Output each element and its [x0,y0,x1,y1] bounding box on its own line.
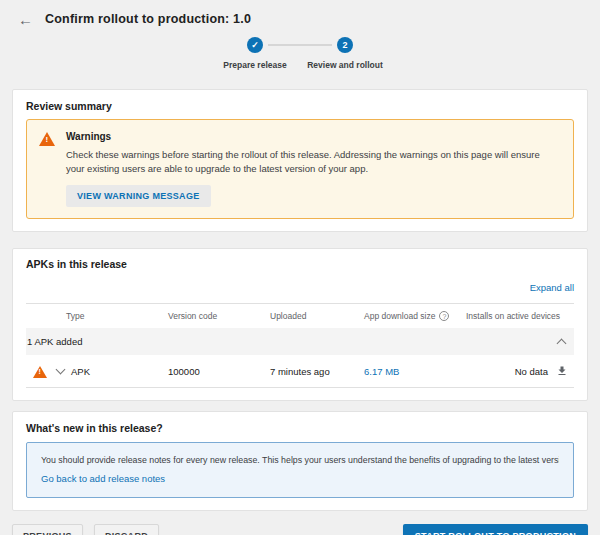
apk-group-label: 1 APK added [27,336,82,347]
row-installs: No data [466,366,548,377]
view-warning-message-button[interactable]: VIEW WARNING MESSAGE [66,185,211,207]
apk-table-header: Type Version code Uploaded App download … [26,304,574,328]
warning-triangle-icon [39,132,55,146]
warning-content: Warnings Check these warnings before sta… [66,131,552,207]
row-download-cell [548,365,576,377]
warnings-box: Warnings Check these warnings before sta… [26,119,574,219]
row-type-cell[interactable]: APK [54,366,150,377]
apks-title: APKs in this release [13,258,587,270]
row-type-label: APK [71,366,90,377]
release-notes-info-box: You should provide release notes for eve… [26,442,574,498]
previous-button[interactable]: PREVIOUS [12,524,83,535]
download-size-link[interactable]: 6.17 MB [364,366,399,377]
back-arrow-icon[interactable]: ← [18,12,33,27]
row-uploaded: 7 minutes ago [250,366,346,377]
release-notes-note: You should provide release notes for eve… [41,455,559,465]
step-current-icon: 2 [337,37,353,53]
apks-card: APKs in this release Expand all Type Ver… [12,248,588,401]
column-header-app-download-size: App download size ? [346,311,466,321]
warnings-heading: Warnings [66,131,552,142]
expand-all-row: Expand all [13,270,587,303]
release-stepper: ✓ 2 Prepare release Review and rollout [0,27,600,75]
chevron-down-icon[interactable] [56,365,66,375]
page-header: ← Confirm rollout to production: 1.0 [0,0,600,27]
apk-group-row[interactable]: 1 APK added [26,328,574,355]
column-header-uploaded: Uploaded [250,311,346,321]
help-icon[interactable]: ? [439,311,449,321]
footer-left-actions: PREVIOUS DISCARD [12,524,159,535]
expand-all-link[interactable]: Expand all [530,282,574,293]
column-header-type: Type [54,311,150,321]
discard-button[interactable]: DISCARD [94,524,159,535]
apk-table: Type Version code Uploaded App download … [26,303,574,388]
row-warning-cell [26,365,54,378]
row-download-size-cell: 6.17 MB [346,366,466,377]
column-header-version-code: Version code [150,311,250,321]
review-summary-card: Review summary Warnings Check these warn… [12,89,588,232]
chevron-up-icon[interactable] [557,339,567,349]
review-summary-title: Review summary [26,100,574,112]
page-title: Confirm rollout to production: 1.0 [45,12,251,26]
row-warning-triangle-icon [33,366,47,378]
column-header-installs: Installs on active devices [466,311,548,321]
apk-table-row: APK 100000 7 minutes ago 6.17 MB No data [26,355,574,388]
row-version-code: 100000 [150,366,250,377]
footer-actions: PREVIOUS DISCARD START ROLLOUT TO PRODUC… [12,524,588,535]
step-complete-icon: ✓ [247,37,263,53]
start-rollout-button[interactable]: START ROLLOUT TO PRODUCTION [403,524,588,535]
column-header-app-download-size-label: App download size [364,311,435,321]
download-icon[interactable] [556,365,568,377]
go-back-add-release-notes-link[interactable]: Go back to add release notes [41,473,165,484]
whats-new-card: What's new in this release? You should p… [12,411,588,511]
warnings-body-text: Check these warnings before starting the… [66,148,552,176]
whats-new-title: What's new in this release? [26,422,574,434]
stepper-connector [268,44,332,46]
step-label-review-rollout: Review and rollout [285,60,405,70]
